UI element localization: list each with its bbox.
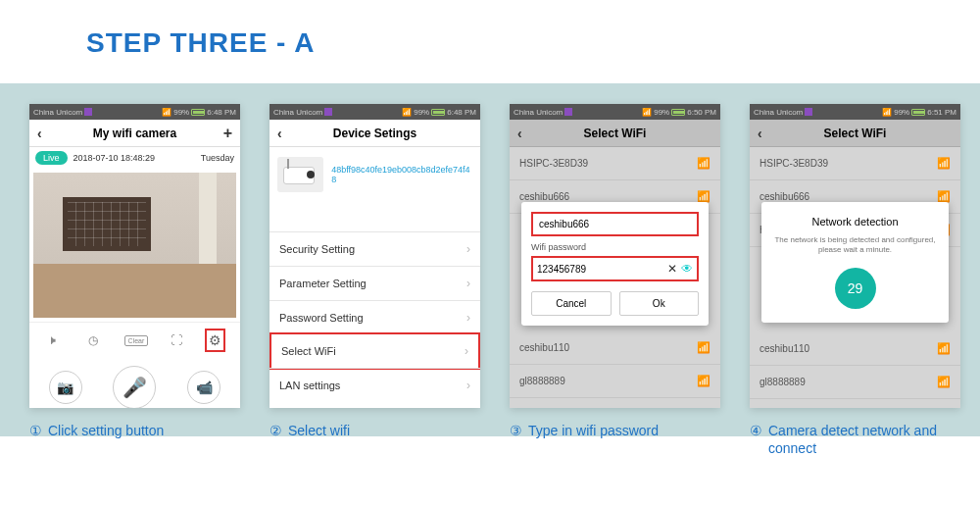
signal-icon: 📶	[402, 108, 412, 117]
timestamp: 2018-07-10 18:48:29	[74, 153, 195, 163]
wifi-row[interactable]: 006272B526d4📶	[750, 399, 960, 408]
chevron-right-icon: ›	[466, 242, 470, 256]
wifi-row[interactable]: HSIPC-3E8D39📶	[510, 147, 720, 180]
caption-text: Click setting button	[48, 422, 164, 457]
wifi-row[interactable]: ceshibu110📶	[510, 331, 720, 365]
back-icon[interactable]: ‹	[277, 126, 282, 141]
title-bar: ‹ My wifi camera +	[29, 120, 240, 147]
caption-4: ④Camera detect network and connect	[750, 422, 960, 457]
title-bar: ‹ Device Setings	[270, 120, 480, 147]
wifi-row[interactable]: gl8888889📶	[510, 365, 720, 398]
settings-highlight: ⚙	[205, 329, 225, 352]
wifi-icon: 📶	[697, 341, 710, 354]
wifi-password-dialog: ceshibu666 Wifi password 123456789 ✕ 👁 C…	[521, 202, 709, 326]
settings-icon[interactable]: ⚙	[209, 332, 221, 348]
snapshot-button[interactable]: 📷	[49, 371, 82, 404]
history-icon[interactable]: ◷	[84, 331, 102, 349]
app-indicator-icon	[805, 108, 812, 116]
ssid: ceshibu110	[760, 343, 809, 354]
back-icon[interactable]: ‹	[758, 126, 762, 141]
screen-title: Select WiFi	[824, 127, 887, 140]
caption-3: ③Type in wifi password	[510, 422, 720, 457]
add-icon[interactable]: +	[223, 125, 232, 142]
row-label: LAN settings	[279, 380, 340, 391]
countdown-badge: 29	[835, 268, 876, 309]
battery-pct: 99%	[414, 108, 429, 117]
wifi-list: HSIPC-3E8D39📶 ceshibu666📶 ceshibu110📶 gl…	[510, 147, 720, 408]
status-bar: China Unicom 📶99%6:48 PM	[270, 104, 480, 120]
wifi-row[interactable]: ceshibu110📶	[750, 332, 960, 366]
carrier-label: China Unicom	[754, 108, 803, 117]
battery-pct: 99%	[173, 108, 189, 117]
wifi-icon: 📶	[937, 342, 951, 355]
fullscreen-icon[interactable]: ⛶	[171, 333, 182, 347]
cancel-button[interactable]: Cancel	[531, 291, 612, 316]
toolbar-row-2: 📷 🎤 📹	[29, 358, 240, 408]
row-security[interactable]: Security Setting›	[270, 231, 480, 266]
clear-icon[interactable]: ✕	[667, 262, 677, 276]
caption-text: Camera detect network and connect	[768, 422, 960, 457]
screen-title: Select WiFi	[584, 127, 647, 140]
app-indicator-icon	[324, 108, 332, 116]
dialog-message: The network is being detected and config…	[771, 235, 939, 256]
ssid-field[interactable]: ceshibu666	[531, 212, 699, 236]
page-title: STEP THREE - A	[86, 27, 315, 59]
status-bar: China Unicom 📶99%6:51 PM	[750, 104, 960, 120]
ssid: gl8888889	[760, 377, 806, 387]
wifi-row[interactable]: 006272B526d4📶	[510, 398, 720, 408]
row-label: Password Setting	[279, 312, 364, 324]
ssid: gl8888889	[519, 376, 565, 386]
row-password[interactable]: Password Setting›	[270, 300, 480, 334]
wifi-icon: 📶	[937, 157, 951, 170]
phone-4: China Unicom 📶99%6:51 PM ‹ Select WiFi H…	[750, 104, 960, 408]
live-info-row: Live 2018-07-10 18:48:29 Tuesday	[29, 147, 240, 169]
row-label: Security Setting	[279, 243, 355, 255]
row-select-wifi[interactable]: Select WiFi›	[270, 332, 480, 370]
device-id: 48bff98c40fe19eb008cb8d2efe74f48	[331, 165, 472, 184]
caption-2: ②Select wifi	[270, 422, 480, 457]
weekday: Tuesday	[201, 153, 234, 163]
screen-title: Device Setings	[333, 127, 416, 140]
row-parameter[interactable]: Parameter Setting›	[270, 266, 480, 300]
row-label: Parameter Setting	[279, 278, 367, 289]
toolbar-row-1: 🕨 ◷ Clear ⛶ ⚙	[29, 322, 240, 358]
row-lan[interactable]: LAN settings›	[270, 368, 480, 402]
quality-button[interactable]: Clear	[124, 335, 149, 346]
phone-row: China Unicom 📶99%6:48 PM ‹ My wifi camer…	[29, 104, 960, 408]
chevron-right-icon: ›	[466, 379, 470, 392]
carrier-label: China Unicom	[273, 108, 322, 117]
back-icon[interactable]: ‹	[517, 126, 522, 141]
dialog-title: Network detection	[771, 216, 939, 228]
clock: 6:48 PM	[447, 108, 476, 117]
camera-preview[interactable]	[33, 173, 236, 318]
wifi-icon: 📶	[697, 157, 710, 170]
phone-1: China Unicom 📶99%6:48 PM ‹ My wifi camer…	[29, 104, 240, 408]
ssid: ceshibu666	[519, 191, 569, 202]
wifi-row[interactable]: gl8888889📶	[750, 366, 960, 399]
mute-icon[interactable]: 🕨	[44, 331, 62, 349]
device-header[interactable]: 48bff98c40fe19eb008cb8d2efe74f48	[270, 147, 480, 202]
wifi-list: HSIPC-3E8D39📶 ceshibu666📶 HSIPC-3E8C95📶 …	[750, 147, 960, 408]
screen-title: My wifi camera	[93, 127, 176, 140]
signal-icon: 📶	[642, 108, 652, 117]
ok-button[interactable]: Ok	[619, 291, 700, 316]
app-indicator-icon	[564, 108, 572, 116]
battery-icon	[671, 109, 685, 116]
caption-number: ③	[510, 422, 522, 457]
password-label: Wifi password	[531, 242, 699, 252]
title-bar: ‹ Select WiFi	[510, 120, 720, 147]
live-badge: Live	[35, 151, 68, 165]
password-field[interactable]: 123456789 ✕ 👁	[531, 256, 699, 281]
battery-icon	[191, 109, 205, 116]
mic-button[interactable]: 🎤	[113, 366, 156, 408]
caption-text: Type in wifi password	[528, 422, 659, 457]
caption-1: ①Click setting button	[29, 422, 240, 457]
back-icon[interactable]: ‹	[37, 126, 42, 141]
phone-2: China Unicom 📶99%6:48 PM ‹ Device Seting…	[270, 104, 480, 408]
captions-row: ①Click setting button ②Select wifi ③Type…	[29, 422, 960, 457]
clock: 6:51 PM	[927, 108, 956, 117]
wifi-row[interactable]: HSIPC-3E8D39📶	[750, 147, 960, 180]
eye-icon[interactable]: 👁	[681, 262, 693, 276]
status-bar: China Unicom 📶99%6:48 PM	[29, 104, 240, 120]
record-button[interactable]: 📹	[187, 371, 220, 404]
